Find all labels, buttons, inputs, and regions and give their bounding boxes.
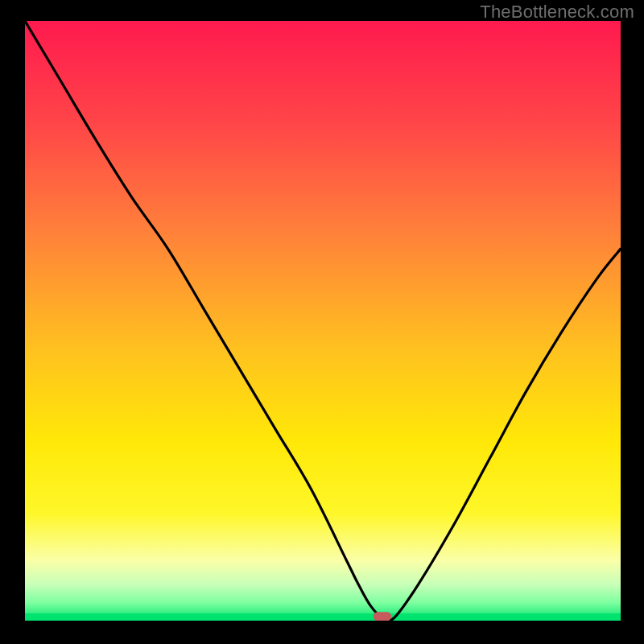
watermark-text: TheBottleneck.com xyxy=(480,2,634,23)
optimal-point-marker xyxy=(374,612,391,621)
plot-area xyxy=(25,21,621,621)
chart-frame: TheBottleneck.com xyxy=(0,0,644,644)
plot-svg xyxy=(25,21,621,621)
baseline-strip xyxy=(25,613,621,621)
gradient-background xyxy=(25,21,621,621)
